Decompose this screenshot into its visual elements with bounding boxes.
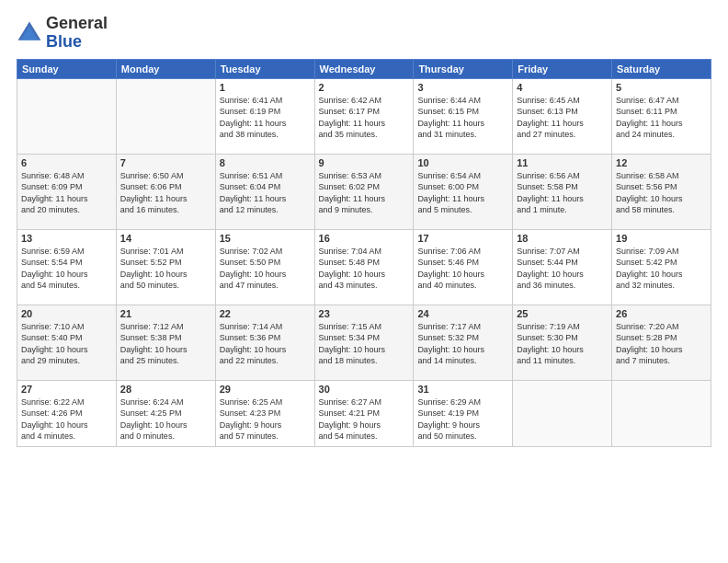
day-info: Sunrise: 6:47 AM Sunset: 6:11 PM Dayligh… [616, 95, 707, 141]
day-info: Sunrise: 7:02 AM Sunset: 5:50 PM Dayligh… [220, 246, 311, 292]
calendar-cell: 12Sunrise: 6:58 AM Sunset: 5:56 PM Dayli… [612, 154, 711, 229]
day-info: Sunrise: 6:27 AM Sunset: 4:21 PM Dayligh… [319, 396, 410, 442]
day-number: 6 [21, 157, 112, 168]
day-info: Sunrise: 7:07 AM Sunset: 5:44 PM Dayligh… [517, 246, 608, 292]
day-info: Sunrise: 7:17 AM Sunset: 5:32 PM Dayligh… [417, 321, 508, 367]
day-info: Sunrise: 7:19 AM Sunset: 5:30 PM Dayligh… [517, 321, 608, 367]
day-number: 22 [220, 308, 311, 319]
calendar-cell: 18Sunrise: 7:07 AM Sunset: 5:44 PM Dayli… [513, 229, 612, 304]
calendar-cell: 10Sunrise: 6:54 AM Sunset: 6:00 PM Dayli… [414, 154, 513, 229]
day-header-saturday: Saturday [612, 59, 711, 78]
day-info: Sunrise: 7:04 AM Sunset: 5:48 PM Dayligh… [319, 246, 410, 292]
day-number: 24 [417, 308, 508, 319]
calendar-cell: 9Sunrise: 6:53 AM Sunset: 6:02 PM Daylig… [314, 154, 414, 229]
calendar-cell: 17Sunrise: 7:06 AM Sunset: 5:46 PM Dayli… [414, 229, 513, 304]
calendar-cell: 14Sunrise: 7:01 AM Sunset: 5:52 PM Dayli… [116, 229, 215, 304]
day-header-thursday: Thursday [414, 59, 513, 78]
day-number: 13 [21, 233, 112, 244]
day-number: 9 [319, 157, 410, 168]
day-info: Sunrise: 6:48 AM Sunset: 6:09 PM Dayligh… [21, 170, 112, 216]
day-info: Sunrise: 7:06 AM Sunset: 5:46 PM Dayligh… [417, 246, 508, 292]
calendar-cell: 28Sunrise: 6:24 AM Sunset: 4:25 PM Dayli… [116, 380, 215, 446]
day-info: Sunrise: 7:01 AM Sunset: 5:52 PM Dayligh… [120, 246, 211, 292]
day-info: Sunrise: 6:56 AM Sunset: 5:58 PM Dayligh… [517, 170, 608, 216]
calendar-cell: 21Sunrise: 7:12 AM Sunset: 5:38 PM Dayli… [116, 304, 215, 380]
day-number: 4 [517, 82, 608, 93]
day-number: 28 [120, 384, 211, 395]
calendar-cell: 7Sunrise: 6:50 AM Sunset: 6:06 PM Daylig… [116, 154, 215, 229]
calendar-cell: 15Sunrise: 7:02 AM Sunset: 5:50 PM Dayli… [215, 229, 314, 304]
logo-icon [17, 20, 42, 46]
day-info: Sunrise: 7:15 AM Sunset: 5:34 PM Dayligh… [319, 321, 410, 367]
day-number: 29 [220, 384, 311, 395]
day-info: Sunrise: 6:53 AM Sunset: 6:02 PM Dayligh… [319, 170, 410, 216]
calendar-cell [17, 78, 117, 154]
calendar-cell: 11Sunrise: 6:56 AM Sunset: 5:58 PM Dayli… [513, 154, 612, 229]
calendar-cell: 13Sunrise: 6:59 AM Sunset: 5:54 PM Dayli… [17, 229, 117, 304]
calendar-cell: 6Sunrise: 6:48 AM Sunset: 6:09 PM Daylig… [17, 154, 117, 229]
logo-text: General Blue [46, 15, 108, 52]
day-number: 12 [616, 157, 707, 168]
calendar-cell: 31Sunrise: 6:29 AM Sunset: 4:19 PM Dayli… [414, 380, 513, 446]
day-info: Sunrise: 6:41 AM Sunset: 6:19 PM Dayligh… [220, 95, 311, 141]
calendar-cell [116, 78, 215, 154]
day-info: Sunrise: 7:20 AM Sunset: 5:28 PM Dayligh… [616, 321, 707, 367]
day-number: 25 [517, 308, 608, 319]
calendar-body: 1Sunrise: 6:41 AM Sunset: 6:19 PM Daylig… [17, 78, 711, 446]
calendar: SundayMondayTuesdayWednesdayThursdayFrid… [17, 59, 711, 447]
day-info: Sunrise: 7:09 AM Sunset: 5:42 PM Dayligh… [616, 246, 707, 292]
day-number: 14 [120, 233, 211, 244]
day-number: 18 [517, 233, 608, 244]
calendar-cell: 4Sunrise: 6:45 AM Sunset: 6:13 PM Daylig… [513, 78, 612, 154]
calendar-cell: 1Sunrise: 6:41 AM Sunset: 6:19 PM Daylig… [215, 78, 314, 154]
day-number: 16 [319, 233, 410, 244]
day-number: 1 [220, 82, 311, 93]
calendar-cell: 3Sunrise: 6:44 AM Sunset: 6:15 PM Daylig… [414, 78, 513, 154]
day-header-tuesday: Tuesday [215, 59, 314, 78]
day-number: 26 [616, 308, 707, 319]
day-number: 11 [517, 157, 608, 168]
day-info: Sunrise: 7:14 AM Sunset: 5:36 PM Dayligh… [220, 321, 311, 367]
calendar-cell: 29Sunrise: 6:25 AM Sunset: 4:23 PM Dayli… [215, 380, 314, 446]
day-info: Sunrise: 6:25 AM Sunset: 4:23 PM Dayligh… [220, 396, 311, 442]
day-info: Sunrise: 6:42 AM Sunset: 6:17 PM Dayligh… [319, 95, 410, 141]
day-number: 21 [120, 308, 211, 319]
day-number: 5 [616, 82, 707, 93]
logo: General Blue [17, 15, 108, 52]
day-number: 10 [417, 157, 508, 168]
calendar-cell: 20Sunrise: 7:10 AM Sunset: 5:40 PM Dayli… [17, 304, 117, 380]
day-info: Sunrise: 6:44 AM Sunset: 6:15 PM Dayligh… [417, 95, 508, 141]
day-header-monday: Monday [116, 59, 215, 78]
calendar-cell: 26Sunrise: 7:20 AM Sunset: 5:28 PM Dayli… [612, 304, 711, 380]
day-info: Sunrise: 6:45 AM Sunset: 6:13 PM Dayligh… [517, 95, 608, 141]
day-number: 15 [220, 233, 311, 244]
page: General Blue SundayMondayTuesdayWednesda… [0, 0, 728, 563]
header: General Blue [17, 15, 711, 52]
day-info: Sunrise: 6:59 AM Sunset: 5:54 PM Dayligh… [21, 246, 112, 292]
day-number: 2 [319, 82, 410, 93]
day-number: 7 [120, 157, 211, 168]
day-info: Sunrise: 6:29 AM Sunset: 4:19 PM Dayligh… [417, 396, 508, 442]
calendar-cell: 27Sunrise: 6:22 AM Sunset: 4:26 PM Dayli… [17, 380, 117, 446]
calendar-cell: 22Sunrise: 7:14 AM Sunset: 5:36 PM Dayli… [215, 304, 314, 380]
day-number: 31 [417, 384, 508, 395]
calendar-cell: 19Sunrise: 7:09 AM Sunset: 5:42 PM Dayli… [612, 229, 711, 304]
calendar-header-row: SundayMondayTuesdayWednesdayThursdayFrid… [17, 59, 711, 78]
day-number: 19 [616, 233, 707, 244]
day-number: 8 [220, 157, 311, 168]
day-header-wednesday: Wednesday [314, 59, 414, 78]
day-info: Sunrise: 6:24 AM Sunset: 4:25 PM Dayligh… [120, 396, 211, 442]
day-info: Sunrise: 6:22 AM Sunset: 4:26 PM Dayligh… [21, 396, 112, 442]
day-number: 23 [319, 308, 410, 319]
calendar-cell: 2Sunrise: 6:42 AM Sunset: 6:17 PM Daylig… [314, 78, 414, 154]
calendar-cell [513, 380, 612, 446]
calendar-cell: 30Sunrise: 6:27 AM Sunset: 4:21 PM Dayli… [314, 380, 414, 446]
day-info: Sunrise: 6:58 AM Sunset: 5:56 PM Dayligh… [616, 170, 707, 216]
day-info: Sunrise: 6:50 AM Sunset: 6:06 PM Dayligh… [120, 170, 211, 216]
day-info: Sunrise: 7:12 AM Sunset: 5:38 PM Dayligh… [120, 321, 211, 367]
calendar-cell: 23Sunrise: 7:15 AM Sunset: 5:34 PM Dayli… [314, 304, 414, 380]
day-info: Sunrise: 6:51 AM Sunset: 6:04 PM Dayligh… [220, 170, 311, 216]
day-info: Sunrise: 7:10 AM Sunset: 5:40 PM Dayligh… [21, 321, 112, 367]
calendar-cell: 25Sunrise: 7:19 AM Sunset: 5:30 PM Dayli… [513, 304, 612, 380]
day-info: Sunrise: 6:54 AM Sunset: 6:00 PM Dayligh… [417, 170, 508, 216]
